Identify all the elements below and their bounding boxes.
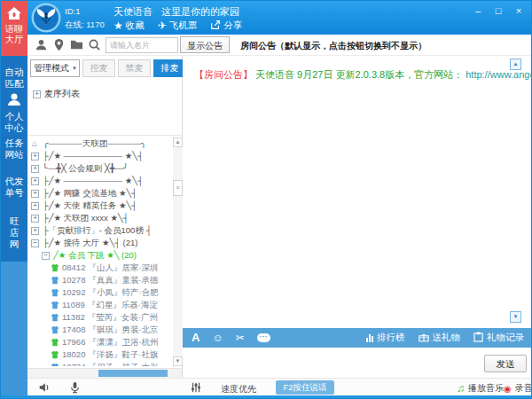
announcement-area: 【房间公告】 天使语音 9月27日 更新2.0.3.8版本，官方网站： http… — [183, 56, 532, 328]
scroll-down-icon[interactable]: ▼ — [510, 311, 521, 323]
expander-icon[interactable]: + — [31, 153, 39, 160]
mute-mic-button[interactable]: 禁麦 — [118, 59, 151, 77]
send-gift-button[interactable]: 送礼物 — [419, 332, 461, 344]
expander-icon[interactable]: + — [31, 227, 39, 235]
nav-personal-center[interactable]: 个人 中心 — [1, 111, 27, 134]
room-label: ├╱★ 网赚 交流基地 ★╲┤ — [43, 187, 137, 200]
scrollbar-thumb[interactable] — [98, 370, 168, 377]
member-row[interactable]: 11089 『幻星』乐器·海淀 — [27, 299, 173, 311]
send-button[interactable]: 发送 — [484, 355, 527, 372]
app-title-text: 天使语音 — [113, 6, 153, 17]
speaker-icon[interactable] — [38, 381, 51, 394]
member-row[interactable]: 08412 『山人』居家·深圳 — [27, 262, 173, 274]
send-gift-label: 送礼物 — [433, 332, 461, 344]
member-row[interactable]: 17966 『潇潇』卫浴·杭州 — [27, 336, 173, 348]
ranking-button[interactable]: 排行榜 — [366, 332, 405, 344]
member-group-label: ╱★ 会员 下跳 ★╲ (20) — [53, 249, 137, 262]
nav-ship-number[interactable]: 代发 单号 — [1, 176, 27, 199]
tree-vertical-scrollbar[interactable]: ▲ ≡ ▼ — [173, 137, 183, 366]
angel-logo-icon[interactable] — [31, 3, 61, 33]
chevron-down-icon: ▼ — [72, 66, 77, 71]
expander-icon[interactable]: + — [31, 190, 39, 198]
show-notice-button[interactable]: 显示公告 — [180, 36, 230, 53]
scroll-up-icon[interactable]: ▲ — [173, 137, 183, 147]
location-pin-icon[interactable] — [52, 38, 66, 51]
gift-record-button[interactable]: 礼物记录 — [473, 332, 524, 344]
nav-task-site[interactable]: 任务 网站 — [1, 137, 27, 160]
chat-input-area[interactable]: 发送 — [183, 348, 532, 378]
tree-row-reception[interactable]: − ├╱★ 接待 大厅 ★╲┤ (21) — [27, 237, 173, 249]
expander-icon[interactable]: + — [31, 177, 39, 185]
audio-mixer-icon[interactable] — [190, 381, 202, 394]
record-button[interactable]: ◉ 录音 — [504, 382, 532, 395]
close-button[interactable]: × — [512, 4, 526, 18]
member-name: 『真真』童装·承德 — [88, 274, 158, 286]
ticket-button[interactable]: ✈ 飞机票 — [158, 20, 198, 32]
member-id: 11089 — [62, 299, 85, 311]
favorite-button[interactable]: ★ 收藏 — [113, 20, 145, 32]
nav-auto-match[interactable]: 自动 匹配 — [1, 66, 27, 90]
queue-mic-button[interactable]: 排麦 — [153, 59, 186, 77]
shirt-icon — [51, 276, 59, 285]
member-row[interactable]: 11382 『莹芮』女装·广州 — [27, 311, 173, 324]
tree-row-guild[interactable]: ⌂ ╭————天联团————╮ — [27, 137, 173, 150]
member-row[interactable]: 18020 『洋扬』鞋子·社旗 — [27, 348, 173, 361]
room-label: ├╱★ 天联团 xxxx ★╲┤ — [43, 212, 129, 224]
tree-row[interactable]: + ├╱★ 天联团 xxxx ★╲┤ — [27, 212, 173, 224]
tree-row[interactable]: + ├╱★ ——————— ★╲┤ — [27, 150, 173, 162]
maximize-button[interactable]: □ — [491, 4, 505, 18]
announcement-url[interactable]: http://www.angelsay.cc — [466, 69, 532, 80]
control-mic-button[interactable]: 控麦 — [82, 59, 115, 77]
expander-icon[interactable]: + — [31, 165, 39, 173]
microphone-icon[interactable] — [68, 380, 82, 395]
person-icon — [6, 91, 22, 107]
mode-select[interactable]: 管理模式 ▼ — [30, 59, 80, 77]
shirt-icon — [51, 313, 59, 322]
folder-icon[interactable] — [70, 38, 83, 51]
contact-icon[interactable] — [35, 38, 48, 51]
card-search-input[interactable] — [106, 37, 178, 53]
expander-icon[interactable]: − — [42, 252, 50, 260]
mode-select-value: 管理模式 — [34, 62, 69, 74]
member-name: 『贝子』袜子·大兴 — [88, 361, 158, 366]
chat-toolbar: A ☺ ✂ ··· 排行榜 送礼物 礼物记录 — [183, 328, 532, 348]
member-id: 17408 — [62, 324, 85, 336]
room-label: ├「贡献排行」- 会员100榜 ┤ — [43, 224, 152, 237]
tree-row[interactable]: + ╰—╋╳ 公会规则 ╳╋—╯ — [27, 162, 173, 175]
user-id-label: ID:1 — [65, 6, 80, 16]
member-row[interactable]: 18734 『贝子』袜子·大兴 — [27, 361, 173, 366]
push-to-talk-button[interactable]: F2按住说话 — [276, 380, 334, 395]
search-icon[interactable] — [88, 38, 101, 51]
share-label: 分享 — [223, 20, 242, 32]
expander-icon[interactable]: + — [31, 202, 39, 210]
member-name: 『小凤』特产·合肥 — [88, 286, 158, 299]
chat-bubble-icon[interactable]: ··· — [257, 333, 270, 342]
expander-icon[interactable]: − — [31, 239, 39, 247]
app-window: ID:1 在线: 1170 天使语音这里是你的的家园 ★ 收藏 ✈ 飞机票 分享… — [0, 0, 532, 399]
share-button[interactable]: 分享 — [210, 20, 242, 32]
tree-row[interactable]: + ├╱★ 天使 精英任务 ★╲┤ — [27, 200, 173, 212]
play-music-button[interactable]: ♫ 播放音乐 — [457, 382, 504, 395]
screenshot-scissors-icon[interactable]: ✂ — [236, 332, 245, 343]
member-group-row[interactable]: − ╱★ 会员 下跳 ★╲ (20) — [27, 249, 173, 262]
tree-horizontal-scrollbar[interactable] — [27, 368, 182, 378]
scroll-up-icon[interactable]: ▲ — [510, 59, 521, 70]
tree-row[interactable]: + ├╱★ ——————— ★╲┤ — [27, 175, 173, 187]
tree-row[interactable]: + ├「贡献排行」- 会员100榜 ┤ — [27, 224, 173, 237]
font-style-icon[interactable]: A — [192, 332, 200, 343]
expander-icon[interactable]: + — [31, 215, 39, 223]
nav-wangdian[interactable]: 旺 店 网 — [1, 215, 27, 250]
scrollbar-thumb[interactable]: ≡ — [173, 180, 183, 196]
voice-lobby-tile[interactable]: 语聊 大厅 — [1, 1, 27, 56]
emoji-icon[interactable]: ☺ — [212, 332, 223, 343]
mic-order-node[interactable]: + 麦序列表 — [33, 88, 80, 100]
expander-icon[interactable]: + — [33, 90, 41, 98]
tree-row[interactable]: + ├╱★ 网赚 交流基地 ★╲┤ — [27, 187, 173, 200]
member-row[interactable]: 10292 『小凤』特产·合肥 — [27, 286, 173, 299]
minimize-button[interactable]: – — [471, 4, 485, 18]
member-name: 『莹芮』女装·广州 — [88, 311, 158, 324]
scroll-down-icon[interactable]: ▼ — [173, 356, 183, 366]
member-row[interactable]: 17408 『骐琪』男装·北京 — [27, 324, 173, 336]
shirt-icon — [51, 363, 59, 366]
member-row[interactable]: 10278 『真真』童装·承德 — [27, 274, 173, 286]
